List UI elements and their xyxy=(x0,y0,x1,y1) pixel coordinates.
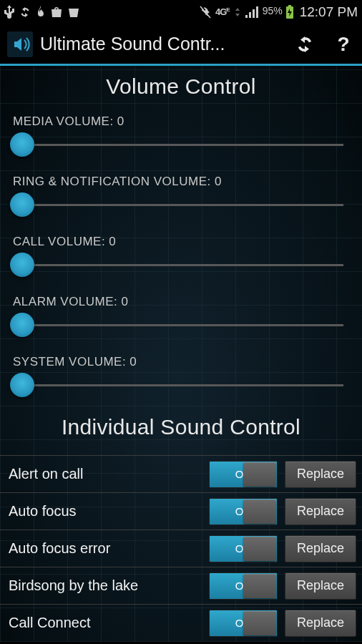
slider-thumb[interactable] xyxy=(10,373,34,397)
toggle-knob[interactable] xyxy=(243,537,276,561)
sound-row: Call ConnectONReplace xyxy=(0,604,362,641)
volume-slider-block: MEDIA VOLUME: 0 xyxy=(0,114,362,160)
volume-slider-label: MEDIA VOLUME: 0 xyxy=(13,114,343,129)
vibrate-icon xyxy=(198,6,212,19)
help-button[interactable]: ? xyxy=(332,33,355,56)
flame-icon xyxy=(36,6,46,19)
replace-button[interactable]: Replace xyxy=(285,498,356,525)
slider-thumb[interactable] xyxy=(10,132,34,157)
clock-label: 12:07 PM xyxy=(300,4,358,20)
play-store-icon xyxy=(67,6,80,19)
slider-track xyxy=(23,384,343,386)
svg-rect-0 xyxy=(288,5,291,6)
replace-button[interactable]: Replace xyxy=(285,572,356,600)
volume-slider[interactable] xyxy=(10,309,343,341)
updown-icon xyxy=(233,6,243,18)
app-logo-icon xyxy=(7,31,33,57)
app-title: Ultimate Sound Contr... xyxy=(40,34,278,54)
sound-name-label: Auto focus xyxy=(9,503,209,519)
volume-slider-label: RING & NOTIFICATION VOLUME: 0 xyxy=(13,175,343,189)
sound-row: Auto focusONReplace xyxy=(0,492,362,530)
volume-slider[interactable] xyxy=(10,189,343,220)
slider-thumb[interactable] xyxy=(10,192,34,217)
sound-row: Auto focus errorONReplace xyxy=(0,530,362,567)
volume-slider-block: CALL VOLUME: 0 xyxy=(0,235,362,280)
toggle-knob[interactable] xyxy=(243,499,276,524)
network-4g-icon: 4GE xyxy=(215,6,230,17)
sound-toggle[interactable]: ON xyxy=(209,610,278,637)
refresh-button[interactable] xyxy=(293,33,316,56)
volume-slider-label: SYSTEM VOLUME: 0 xyxy=(13,355,343,369)
battery-icon xyxy=(285,5,294,19)
sound-toggle[interactable]: ON xyxy=(209,572,278,600)
toggle-knob[interactable] xyxy=(243,574,276,598)
status-bar: 4GE 95% 12:07 PM xyxy=(0,0,362,24)
main-panel: Volume Control MEDIA VOLUME: 0RING & NOT… xyxy=(0,66,362,642)
replace-button[interactable]: Replace xyxy=(285,461,356,488)
toggle-knob[interactable] xyxy=(243,611,276,635)
volume-slider-block: SYSTEM VOLUME: 0 xyxy=(0,355,362,401)
volume-slider[interactable] xyxy=(10,249,343,280)
slider-track xyxy=(23,144,343,146)
slider-thumb[interactable] xyxy=(10,253,34,277)
volume-slider-label: ALARM VOLUME: 0 xyxy=(13,295,343,309)
bag-icon xyxy=(50,6,63,19)
sound-row: Birdsong by the lakeONReplace xyxy=(0,567,362,604)
sound-toggle[interactable]: ON xyxy=(209,535,278,562)
sync-icon xyxy=(19,6,31,19)
sound-name-label: Alert on call xyxy=(9,466,209,482)
signal-icon xyxy=(245,6,258,18)
replace-button[interactable]: Replace xyxy=(285,610,356,637)
volume-slider[interactable] xyxy=(10,369,343,401)
slider-track xyxy=(23,204,343,206)
sound-toggle[interactable]: ON xyxy=(209,461,278,488)
app-bar: Ultimate Sound Contr... ? xyxy=(0,24,362,66)
toggle-knob[interactable] xyxy=(243,462,276,487)
slider-track xyxy=(23,324,343,326)
sound-row: Alert on callONReplace xyxy=(0,455,362,492)
slider-thumb[interactable] xyxy=(10,313,34,337)
volume-slider-block: ALARM VOLUME: 0 xyxy=(0,295,362,341)
usb-icon xyxy=(4,5,14,19)
volume-slider[interactable] xyxy=(10,129,343,160)
svg-text:?: ? xyxy=(337,33,349,55)
sound-name-label: Call Connect xyxy=(9,615,209,631)
sound-toggle[interactable]: ON xyxy=(209,498,278,525)
volume-slider-label: CALL VOLUME: 0 xyxy=(13,235,343,249)
replace-button[interactable]: Replace xyxy=(285,535,356,562)
battery-pct-label: 95% xyxy=(263,5,283,16)
individual-sound-heading: Individual Sound Control xyxy=(0,415,362,439)
slider-track xyxy=(23,264,343,266)
sound-name-label: Birdsong by the lake xyxy=(9,577,209,594)
volume-slider-block: RING & NOTIFICATION VOLUME: 0 xyxy=(0,175,362,220)
volume-control-heading: Volume Control xyxy=(0,74,362,99)
sound-name-label: Auto focus error xyxy=(9,540,209,557)
